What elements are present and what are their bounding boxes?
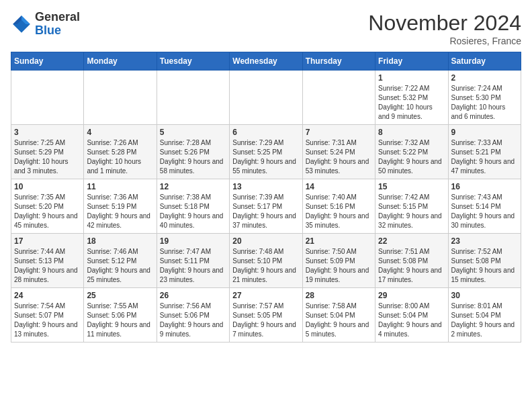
calendar-cell: 4Sunrise: 7:26 AM Sunset: 5:28 PM Daylig… [84, 125, 157, 179]
day-info: Sunrise: 8:00 AM Sunset: 5:04 PM Dayligh… [378, 302, 445, 339]
day-number: 26 [160, 291, 226, 300]
calendar-cell: 8Sunrise: 7:32 AM Sunset: 5:22 PM Daylig… [375, 125, 448, 179]
day-number: 29 [378, 291, 445, 300]
day-info: Sunrise: 7:39 AM Sunset: 5:17 PM Dayligh… [232, 193, 299, 230]
day-info: Sunrise: 7:38 AM Sunset: 5:18 PM Dayligh… [160, 193, 226, 230]
calendar-cell [84, 71, 157, 125]
day-number: 13 [232, 182, 299, 191]
day-info: Sunrise: 7:36 AM Sunset: 5:19 PM Dayligh… [87, 193, 153, 230]
calendar-week-1: 3Sunrise: 7:25 AM Sunset: 5:29 PM Daylig… [11, 125, 521, 179]
day-number: 24 [14, 291, 81, 300]
day-info: Sunrise: 7:35 AM Sunset: 5:20 PM Dayligh… [14, 193, 81, 230]
month-title: November 2024 [368, 11, 521, 36]
calendar-week-4: 24Sunrise: 7:54 AM Sunset: 5:07 PM Dayli… [11, 288, 521, 342]
calendar-cell: 28Sunrise: 7:58 AM Sunset: 5:04 PM Dayli… [302, 288, 375, 342]
calendar-cell: 7Sunrise: 7:31 AM Sunset: 5:24 PM Daylig… [302, 125, 375, 179]
calendar-cell: 24Sunrise: 7:54 AM Sunset: 5:07 PM Dayli… [11, 288, 84, 342]
day-info: Sunrise: 7:44 AM Sunset: 5:13 PM Dayligh… [14, 247, 81, 285]
day-number: 15 [378, 182, 445, 191]
logo-general: General [35, 10, 80, 24]
day-info: Sunrise: 7:22 AM Sunset: 5:32 PM Dayligh… [378, 84, 445, 122]
calendar-cell: 17Sunrise: 7:44 AM Sunset: 5:13 PM Dayli… [11, 234, 84, 288]
calendar-table: SundayMondayTuesdayWednesdayThursdayFrid… [11, 52, 521, 342]
calendar-cell: 22Sunrise: 7:51 AM Sunset: 5:08 PM Dayli… [375, 234, 448, 288]
calendar-cell: 5Sunrise: 7:28 AM Sunset: 5:26 PM Daylig… [157, 125, 229, 179]
location-subtitle: Rosieres, France [368, 36, 521, 46]
day-number: 23 [451, 236, 518, 246]
calendar-cell [11, 71, 84, 125]
day-number: 25 [87, 291, 153, 300]
day-info: Sunrise: 7:55 AM Sunset: 5:06 PM Dayligh… [87, 302, 153, 339]
day-number: 2 [451, 73, 518, 83]
calendar-cell: 21Sunrise: 7:50 AM Sunset: 5:09 PM Dayli… [302, 234, 375, 288]
day-info: Sunrise: 7:26 AM Sunset: 5:28 PM Dayligh… [87, 138, 153, 176]
calendar-cell: 19Sunrise: 7:47 AM Sunset: 5:11 PM Dayli… [157, 234, 229, 288]
weekday-header-friday: Friday [375, 52, 448, 71]
day-info: Sunrise: 8:01 AM Sunset: 5:04 PM Dayligh… [451, 302, 518, 339]
day-number: 14 [306, 182, 372, 191]
day-number: 6 [232, 128, 299, 137]
day-info: Sunrise: 7:40 AM Sunset: 5:16 PM Dayligh… [306, 193, 372, 230]
calendar-cell: 6Sunrise: 7:29 AM Sunset: 5:25 PM Daylig… [230, 125, 302, 179]
day-info: Sunrise: 7:50 AM Sunset: 5:09 PM Dayligh… [306, 247, 372, 285]
day-info: Sunrise: 7:32 AM Sunset: 5:22 PM Dayligh… [378, 138, 445, 176]
day-number: 3 [14, 128, 81, 137]
calendar-cell: 25Sunrise: 7:55 AM Sunset: 5:06 PM Dayli… [84, 288, 157, 342]
calendar-cell: 12Sunrise: 7:38 AM Sunset: 5:18 PM Dayli… [157, 179, 229, 234]
calendar-week-3: 17Sunrise: 7:44 AM Sunset: 5:13 PM Dayli… [11, 234, 521, 288]
calendar-cell: 3Sunrise: 7:25 AM Sunset: 5:29 PM Daylig… [11, 125, 84, 179]
calendar-cell [302, 71, 375, 125]
title-block: November 2024 Rosieres, France [368, 11, 521, 46]
day-number: 4 [87, 128, 153, 137]
day-info: Sunrise: 7:58 AM Sunset: 5:04 PM Dayligh… [306, 302, 372, 339]
day-info: Sunrise: 7:28 AM Sunset: 5:26 PM Dayligh… [160, 138, 226, 176]
calendar-cell: 30Sunrise: 8:01 AM Sunset: 5:04 PM Dayli… [448, 288, 521, 342]
calendar-cell: 13Sunrise: 7:39 AM Sunset: 5:17 PM Dayli… [230, 179, 302, 234]
logo-blue: Blue [35, 24, 61, 37]
logo-icon [11, 13, 32, 35]
day-info: Sunrise: 7:42 AM Sunset: 5:15 PM Dayligh… [378, 193, 445, 230]
day-number: 10 [14, 182, 81, 191]
weekday-header-monday: Monday [84, 52, 157, 71]
calendar-week-0: 1Sunrise: 7:22 AM Sunset: 5:32 PM Daylig… [11, 71, 521, 125]
day-info: Sunrise: 7:57 AM Sunset: 5:05 PM Dayligh… [232, 302, 299, 339]
calendar-cell [157, 71, 229, 125]
calendar-cell: 27Sunrise: 7:57 AM Sunset: 5:05 PM Dayli… [230, 288, 302, 342]
calendar-cell: 14Sunrise: 7:40 AM Sunset: 5:16 PM Dayli… [302, 179, 375, 234]
day-number: 18 [87, 236, 153, 246]
day-number: 27 [232, 291, 299, 300]
calendar-cell: 2Sunrise: 7:24 AM Sunset: 5:30 PM Daylig… [448, 71, 521, 125]
day-info: Sunrise: 7:43 AM Sunset: 5:14 PM Dayligh… [451, 193, 518, 230]
calendar-body: 1Sunrise: 7:22 AM Sunset: 5:32 PM Daylig… [11, 71, 521, 342]
day-number: 30 [451, 291, 518, 300]
day-number: 17 [14, 236, 81, 246]
page-header: General Blue November 2024 Rosieres, Fra… [11, 11, 521, 46]
day-number: 20 [232, 236, 299, 246]
calendar-cell: 20Sunrise: 7:48 AM Sunset: 5:10 PM Dayli… [230, 234, 302, 288]
day-number: 11 [87, 182, 153, 191]
weekday-header-sunday: Sunday [11, 52, 84, 71]
day-info: Sunrise: 7:24 AM Sunset: 5:30 PM Dayligh… [451, 84, 518, 122]
calendar-cell: 29Sunrise: 8:00 AM Sunset: 5:04 PM Dayli… [375, 288, 448, 342]
day-info: Sunrise: 7:47 AM Sunset: 5:11 PM Dayligh… [160, 247, 226, 285]
weekday-header-saturday: Saturday [448, 52, 521, 71]
weekday-header-wednesday: Wednesday [230, 52, 302, 71]
day-info: Sunrise: 7:29 AM Sunset: 5:25 PM Dayligh… [232, 138, 299, 176]
calendar-cell: 18Sunrise: 7:46 AM Sunset: 5:12 PM Dayli… [84, 234, 157, 288]
calendar-week-2: 10Sunrise: 7:35 AM Sunset: 5:20 PM Dayli… [11, 179, 521, 234]
day-number: 1 [378, 73, 445, 83]
day-info: Sunrise: 7:48 AM Sunset: 5:10 PM Dayligh… [232, 247, 299, 285]
calendar-cell: 1Sunrise: 7:22 AM Sunset: 5:32 PM Daylig… [375, 71, 448, 125]
day-info: Sunrise: 7:46 AM Sunset: 5:12 PM Dayligh… [87, 247, 153, 285]
day-number: 9 [451, 128, 518, 137]
logo: General Blue [11, 11, 80, 38]
calendar-cell: 10Sunrise: 7:35 AM Sunset: 5:20 PM Dayli… [11, 179, 84, 234]
day-info: Sunrise: 7:56 AM Sunset: 5:06 PM Dayligh… [160, 302, 226, 339]
calendar-cell: 23Sunrise: 7:52 AM Sunset: 5:08 PM Dayli… [448, 234, 521, 288]
day-number: 5 [160, 128, 226, 137]
day-number: 8 [378, 128, 445, 137]
day-number: 28 [306, 291, 372, 300]
calendar-header: SundayMondayTuesdayWednesdayThursdayFrid… [11, 52, 521, 71]
day-info: Sunrise: 7:33 AM Sunset: 5:21 PM Dayligh… [451, 138, 518, 176]
calendar-cell: 26Sunrise: 7:56 AM Sunset: 5:06 PM Dayli… [157, 288, 229, 342]
